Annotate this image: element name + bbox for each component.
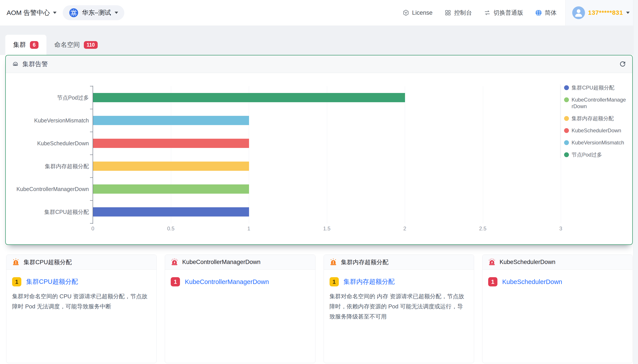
- alert-count-badge: 1: [171, 277, 180, 286]
- legend-item[interactable]: KubeSchedulerDown: [564, 127, 627, 134]
- alert-entry: 1 集群CPU超额分配: [12, 277, 151, 286]
- legend-item[interactable]: KubeVersionMismatch: [564, 139, 627, 146]
- nav-license[interactable]: License: [402, 9, 433, 16]
- nav-console-label: 控制台: [454, 9, 472, 17]
- y-axis-category-label: 节点Pod过多: [6, 94, 89, 101]
- topbar: AOM 告警中心 华东–测试 License 控制台 切换普通版 简体 137*…: [0, 0, 638, 26]
- alert-card-body: 1 KubeControllerManagerDown: [165, 270, 315, 286]
- panel-header: 集群告警: [6, 56, 632, 73]
- alert-link[interactable]: 集群CPU超额分配: [26, 278, 78, 286]
- alert-card-header: KubeControllerManagerDown: [165, 255, 315, 270]
- product-menu[interactable]: AOM 告警中心: [7, 8, 57, 17]
- nav-console[interactable]: 控制台: [444, 9, 472, 17]
- bar-chart: 00.511.522.53节点Pod过多KubeVersionMismatchK…: [6, 73, 632, 244]
- y-axis-category-label: 集群CPU超额分配: [6, 208, 89, 216]
- bar-KubeVersionMismatch: [93, 116, 249, 125]
- y-axis-category-label: KubeVersionMismatch: [6, 117, 89, 124]
- x-axis-tick-label: 2.5: [470, 226, 496, 232]
- legend-item[interactable]: 集群内存超额分配: [564, 115, 627, 122]
- x-axis-tick-label: 0: [80, 226, 106, 232]
- y-axis-category-label: KubeSchedulerDown: [6, 140, 89, 147]
- nav-switch-normal-label: 切换普通版: [493, 9, 523, 17]
- tab-strip: 集群 6 命名空间 110: [0, 26, 638, 55]
- y-axis-tick: [90, 109, 93, 109]
- nav-language[interactable]: 简体: [535, 9, 557, 17]
- alert-cards-row: 集群CPU超额分配 1 集群CPU超额分配 集群对命名空间的 CPU 资源请求已…: [6, 254, 633, 363]
- avatar: [572, 6, 585, 19]
- top-navigation: License 控制台 切换普通版 简体: [402, 9, 565, 17]
- chevron-down-icon: [53, 12, 57, 14]
- alert-link[interactable]: KubeControllerManagerDown: [185, 278, 269, 286]
- tab-cluster[interactable]: 集群 6: [5, 35, 47, 55]
- bar-KubeControllerManagerDown: [93, 184, 249, 194]
- tab-cluster-count-badge: 6: [30, 41, 39, 49]
- alert-count-badge: 1: [488, 277, 497, 286]
- nav-switch-normal[interactable]: 切换普通版: [484, 9, 523, 17]
- legend-label: 节点Pod过多: [571, 152, 602, 158]
- legend-color-dot: [564, 97, 569, 102]
- y-axis-tick: [90, 178, 93, 178]
- alarm-lamp-icon: [12, 61, 19, 68]
- chart-legend: 集群CPU超额分配 KubeControllerManagerDown 集群内存…: [560, 84, 627, 158]
- gridline: [483, 86, 483, 223]
- alert-card-2: KubeControllerManagerDown 1 KubeControll…: [165, 254, 315, 363]
- x-axis-tick-label: 3: [548, 226, 574, 232]
- y-axis-tick: [90, 132, 93, 132]
- alert-entry: 1 集群内存超额分配: [330, 277, 468, 286]
- legend-color-dot: [564, 85, 569, 90]
- tab-namespace[interactable]: 命名空间 110: [47, 35, 106, 55]
- legend-label: KubeSchedulerDown: [571, 127, 621, 134]
- alert-card-title: 集群CPU超额分配: [24, 258, 72, 266]
- alert-card-4: KubeSchedulerDown 1 KubeSchedulerDown: [482, 254, 633, 363]
- bar-集群内存超额分配: [93, 162, 249, 171]
- siren-critical-icon: [488, 258, 496, 266]
- alert-description: 集群对命名空间的 CPU 资源请求已超额分配，节点故障时 Pod 无法调度，可能…: [12, 291, 151, 312]
- legend-color-dot: [564, 140, 569, 145]
- cluster-selector[interactable]: 华东–测试: [63, 5, 124, 20]
- legend-label: 集群内存超额分配: [571, 115, 614, 122]
- alert-card-1: 集群CPU超额分配 1 集群CPU超额分配 集群对命名空间的 CPU 资源请求已…: [6, 254, 157, 363]
- legend-item[interactable]: 节点Pod过多: [564, 152, 627, 158]
- legend-item[interactable]: KubeControllerManagerDown: [564, 96, 627, 110]
- bar-集群CPU超额分配: [93, 207, 249, 216]
- alert-card-header: 集群CPU超额分配: [7, 255, 156, 270]
- alert-count-badge: 1: [330, 277, 339, 286]
- siren-warning-icon: [329, 258, 338, 266]
- user-menu[interactable]: 137*****831: [565, 0, 638, 26]
- alert-card-header: KubeSchedulerDown: [482, 255, 632, 270]
- siren-critical-icon: [170, 258, 179, 266]
- legend-label: KubeControllerManagerDown: [571, 96, 627, 110]
- nav-license-label: License: [412, 10, 433, 16]
- alert-description: 集群对命名空间的 内存 资源请求已超额分配，节点故障时，依赖内存资源的 Pod …: [330, 291, 468, 322]
- x-axis-tick-label: 1.5: [314, 226, 340, 232]
- alert-card-title: 集群内存超额分配: [341, 258, 389, 266]
- license-icon: [402, 9, 409, 16]
- alert-card-header: 集群内存超额分配: [324, 255, 474, 270]
- y-axis-category-label: 集群内存超额分配: [6, 162, 89, 170]
- refresh-button[interactable]: [619, 61, 626, 68]
- alert-card-body: 1 集群CPU超额分配 集群对命名空间的 CPU 资源请求已超额分配，节点故障时…: [7, 270, 156, 312]
- legend-label: 集群CPU超额分配: [571, 84, 614, 91]
- gridline: [171, 86, 171, 223]
- legend-item[interactable]: 集群CPU超额分配: [564, 84, 627, 91]
- y-axis-tick: [90, 200, 93, 201]
- tab-namespace-label: 命名空间: [54, 40, 80, 49]
- x-axis-tick-label: 0.5: [158, 226, 184, 232]
- panel-title: 集群告警: [23, 60, 48, 68]
- alert-card-body: 1 KubeSchedulerDown: [482, 270, 632, 286]
- chevron-down-icon: [626, 12, 630, 14]
- alert-card-title: KubeSchedulerDown: [500, 259, 555, 266]
- globe-icon: [535, 9, 542, 16]
- product-title: AOM 告警中心: [7, 8, 50, 17]
- legend-label: KubeVersionMismatch: [571, 139, 624, 146]
- bar-节点Pod过多: [93, 93, 405, 102]
- legend-color-dot: [564, 128, 569, 133]
- siren-warning-icon: [12, 258, 20, 266]
- alert-card-3: 集群内存超额分配 1 集群内存超额分配 集群对命名空间的 内存 资源请求已超额分…: [324, 254, 474, 363]
- alert-link[interactable]: KubeSchedulerDown: [502, 278, 562, 286]
- alert-link[interactable]: 集群内存超额分配: [344, 278, 395, 286]
- chevron-down-icon: [115, 12, 118, 14]
- cluster-alerts-panel: 集群告警 00.511.522.53节点Pod过多KubeVersionMism…: [5, 55, 633, 245]
- page-scrollbar-gutter[interactable]: [633, 0, 638, 364]
- legend-color-dot: [564, 152, 569, 157]
